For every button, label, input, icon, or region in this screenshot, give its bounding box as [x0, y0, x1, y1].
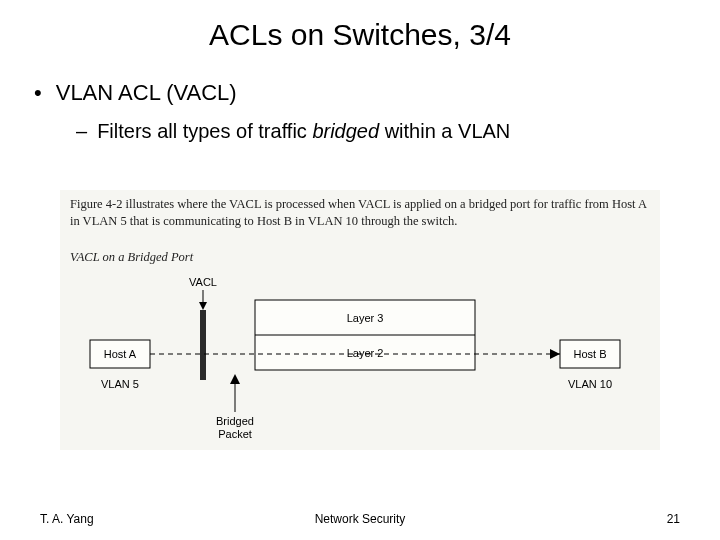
- sub-post: within a VLAN: [379, 120, 510, 142]
- bullet-level2: – Filters all types of traffic bridged w…: [76, 120, 720, 143]
- bullet-dot: •: [34, 82, 42, 104]
- vlan10-label: VLAN 10: [568, 378, 612, 390]
- bridged-arrow-head: [230, 374, 240, 384]
- figure-subtitle: VACL on a Bridged Port: [70, 250, 193, 265]
- footer-title: Network Security: [40, 512, 680, 526]
- host-b-label: Host B: [573, 348, 606, 360]
- bullet-main-text: VLAN ACL (VACL): [56, 80, 237, 106]
- figure-caption: Figure 4-2 illustrates where the VACL is…: [70, 196, 650, 230]
- vacl-arrow-head: [199, 302, 207, 310]
- bullet-sub-text: Filters all types of traffic bridged wit…: [97, 120, 510, 143]
- figure: Figure 4-2 illustrates where the VACL is…: [60, 190, 660, 450]
- vacl-bar: [200, 310, 206, 380]
- vacl-label: VACL: [189, 276, 217, 288]
- sub-em: bridged: [312, 120, 379, 142]
- host-a-label: Host A: [104, 348, 137, 360]
- sub-pre: Filters all types of traffic: [97, 120, 312, 142]
- vlan5-label: VLAN 5: [101, 378, 139, 390]
- bridged-label-line2: Packet: [218, 428, 252, 440]
- slide: ACLs on Switches, 3/4 • VLAN ACL (VACL) …: [0, 0, 720, 540]
- layer3-label: Layer 3: [347, 312, 384, 324]
- slide-title: ACLs on Switches, 3/4: [0, 0, 720, 52]
- traffic-arrow-head: [550, 349, 560, 359]
- bullet-list: • VLAN ACL (VACL) – Filters all types of…: [34, 80, 720, 143]
- layer2-label: Layer 2: [347, 347, 384, 359]
- footer: T. A. Yang Network Security 21: [40, 512, 680, 526]
- figure-diagram: Layer 3 Layer 2 Host A VLAN 5 Host B VLA…: [60, 270, 660, 450]
- bullet-level1: • VLAN ACL (VACL): [34, 80, 720, 106]
- bullet-dash: –: [76, 120, 87, 143]
- bridged-label-line1: Bridged: [216, 415, 254, 427]
